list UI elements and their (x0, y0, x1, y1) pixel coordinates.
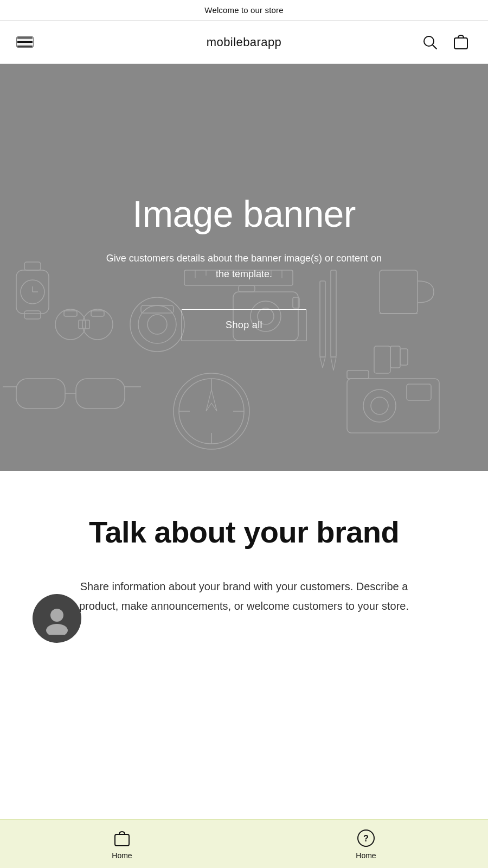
home-help-icon: ? (356, 828, 376, 848)
svg-rect-54 (407, 384, 431, 400)
svg-rect-51 (347, 379, 439, 433)
bottom-nav-home-shop[interactable]: Home (0, 828, 244, 860)
announcement-text: Welcome to our store (204, 5, 283, 15)
svg-rect-55 (347, 371, 369, 379)
brand-description: Share information about your brand with … (65, 577, 423, 616)
svg-point-53 (371, 397, 388, 414)
banner-content: Image banner Give customers details abou… (92, 183, 396, 352)
svg-rect-11 (79, 320, 89, 329)
image-banner: Image banner Give customers details abou… (0, 64, 488, 471)
menu-line-2 (17, 41, 33, 43)
brand-section-wrapper: Talk about your brand Share information … (0, 471, 488, 637)
home-bag-icon (112, 828, 132, 848)
search-button[interactable] (420, 32, 440, 53)
banner-subtitle: Give customers details about the banner … (103, 251, 385, 282)
bottom-nav: Home ? Home (0, 819, 488, 868)
menu-button[interactable] (16, 36, 34, 48)
svg-rect-46 (16, 379, 65, 409)
svg-point-9 (55, 309, 86, 340)
svg-rect-61 (115, 834, 129, 846)
menu-line-1 (17, 37, 33, 39)
cart-icon (452, 34, 470, 51)
svg-point-60 (46, 624, 68, 635)
site-logo: mobilebarapp (207, 35, 282, 49)
svg-text:?: ? (363, 834, 369, 843)
svg-line-1 (433, 45, 436, 49)
svg-marker-39 (206, 390, 217, 411)
svg-marker-43 (331, 357, 336, 371)
header-left (16, 36, 34, 48)
shop-all-button[interactable]: Shop all (182, 309, 306, 341)
svg-rect-47 (76, 379, 125, 409)
bottom-nav-home-help-label: Home (356, 851, 376, 860)
svg-rect-2 (454, 38, 467, 49)
brand-title: Talk about your brand (33, 514, 455, 550)
avatar (33, 594, 81, 643)
svg-marker-41 (320, 357, 325, 368)
svg-point-52 (363, 390, 396, 422)
site-header: mobilebarapp (0, 21, 488, 64)
svg-rect-8 (24, 311, 41, 319)
banner-title: Image banner (103, 194, 385, 234)
svg-point-59 (50, 609, 63, 622)
svg-rect-7 (24, 262, 41, 270)
bottom-nav-home-shop-label: Home (112, 851, 132, 860)
svg-rect-58 (400, 349, 408, 365)
avatar-icon (41, 602, 73, 635)
cart-button[interactable] (450, 31, 472, 53)
header-right (420, 31, 472, 53)
bottom-nav-home-help[interactable]: ? Home (244, 828, 488, 860)
svg-rect-12 (64, 311, 77, 316)
search-icon (422, 34, 438, 50)
menu-line-3 (17, 46, 33, 47)
announcement-bar: Welcome to our store (0, 0, 488, 21)
